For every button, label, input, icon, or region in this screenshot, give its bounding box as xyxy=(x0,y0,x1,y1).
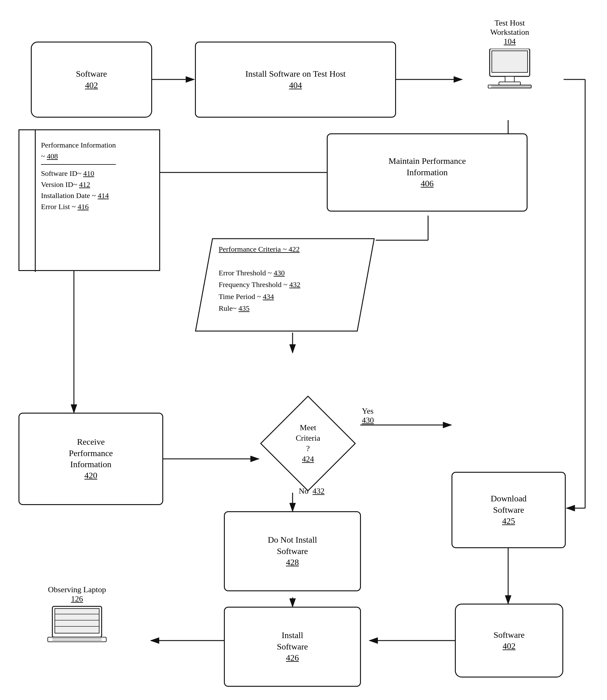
performance-info-store-outer: Performance Information~ 408 Software ID… xyxy=(19,129,160,271)
software-402-top-box: Software402 xyxy=(31,42,152,118)
meet-criteria-diamond: MeetCriteria?424 xyxy=(259,394,357,493)
svg-rect-22 xyxy=(499,82,521,85)
receive-performance-label: ReceivePerformanceInformation420 xyxy=(69,437,113,481)
download-software-box: DownloadSoftware425 xyxy=(452,472,566,548)
do-not-install-box: Do Not InstallSoftware428 xyxy=(224,511,361,591)
performance-criteria-container: Performance Criteria ~ 422 Error Thresho… xyxy=(194,237,376,333)
test-host-workstation-icon: Test HostWorkstation104 xyxy=(456,19,564,123)
install-software-label: InstallSoftware426 xyxy=(277,630,308,663)
maintain-performance-label: Maintain PerformanceInformation406 xyxy=(388,155,466,189)
svg-rect-23 xyxy=(488,85,531,88)
install-software-test-host-label: Install Software on Test Host404 xyxy=(246,68,346,91)
maintain-performance-box: Maintain PerformanceInformation406 xyxy=(327,133,527,212)
software-402-top-label: Software402 xyxy=(76,68,107,91)
svg-rect-28 xyxy=(55,609,99,633)
observing-laptop: Observing Laptop126 xyxy=(19,585,135,645)
performance-criteria-content: Performance Criteria ~ 422 Error Thresho… xyxy=(219,243,300,314)
svg-rect-32 xyxy=(48,637,106,642)
performance-info-store-content: Performance Information~ 408 Software ID… xyxy=(38,136,119,215)
no-label: No 432 xyxy=(299,487,325,496)
download-software-label: DownloadSoftware425 xyxy=(490,493,527,527)
svg-rect-21 xyxy=(505,77,514,82)
receive-performance-box: ReceivePerformanceInformation420 xyxy=(19,413,163,505)
install-software-test-host-box: Install Software on Test Host404 xyxy=(195,42,396,118)
observing-laptop-label: Observing Laptop126 xyxy=(48,585,106,603)
svg-rect-20 xyxy=(492,51,527,72)
yes-label: Yes430 xyxy=(362,406,374,425)
meet-criteria-label: MeetCriteria?424 xyxy=(296,423,320,464)
software-402-bottom-box: Software402 xyxy=(455,603,563,678)
software-402-bottom-label: Software402 xyxy=(494,630,524,652)
test-host-label: Test HostWorkstation104 xyxy=(490,19,529,46)
install-software-box: InstallSoftware426 xyxy=(224,607,361,687)
flowchart-diagram: Software402 Install Software on Test Hos… xyxy=(0,0,607,700)
do-not-install-label: Do Not InstallSoftware428 xyxy=(268,534,317,568)
